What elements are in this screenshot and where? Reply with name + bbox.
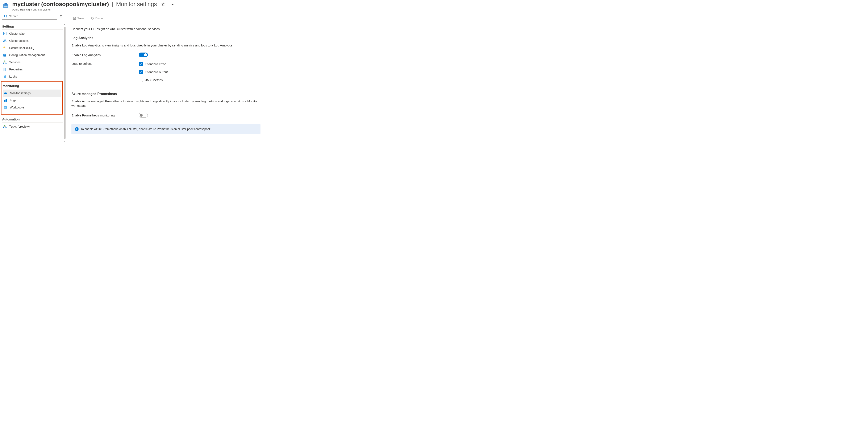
- info-text: To enable Azure Prometheus on this clust…: [81, 127, 211, 131]
- resource-subtitle: Azure HDInsight on AKS cluster: [12, 8, 866, 11]
- nav-section-automation: Automation Tasks (preview): [2, 116, 63, 130]
- svg-rect-11: [6, 48, 6, 49]
- save-label: Save: [77, 17, 84, 20]
- sidebar-item-label: Locks: [9, 75, 17, 78]
- logs-icon: [4, 98, 7, 102]
- search-icon: [4, 15, 7, 18]
- sidebar-item-label: Services: [9, 61, 21, 64]
- sidebar-item-label: Cluster size: [9, 32, 25, 35]
- sidebar-item-properties[interactable]: Properties: [2, 66, 63, 73]
- nav-section-title: Settings: [2, 23, 63, 30]
- section-text-prometheus: Enable Azure managed Prometheus to view …: [71, 99, 260, 108]
- nav-section-monitoring-highlight: Monitoring Monitor settings Logs Workboo…: [1, 81, 63, 115]
- favorite-button[interactable]: [160, 1, 166, 7]
- sidebar-item-monitor-settings[interactable]: Monitor settings: [3, 90, 61, 97]
- enable-log-analytics-label: Enable Log Analytics: [71, 53, 138, 57]
- checkbox-jmx-metrics[interactable]: JMX Metrics: [138, 78, 168, 82]
- svg-rect-15: [5, 63, 6, 64]
- page-title: mycluster (contosopool/mycluster) | Moni…: [12, 1, 157, 7]
- nav-section-settings: Settings Cluster size Cluster access Sec…: [2, 23, 63, 80]
- intro-text: Connect your HDInsight on AKS cluster wi…: [71, 27, 260, 31]
- svg-point-7: [4, 39, 5, 40]
- collapse-sidebar-button[interactable]: [58, 14, 63, 19]
- discard-button[interactable]: Discard: [90, 17, 106, 20]
- sidebar-item-workbooks[interactable]: Workbooks: [3, 104, 61, 111]
- resource-type-icon: [2, 2, 9, 9]
- svg-rect-26: [4, 125, 5, 126]
- sidebar-item-logs[interactable]: Logs: [3, 97, 61, 104]
- sidebar-item-label: Properties: [9, 68, 23, 71]
- svg-rect-27: [3, 127, 4, 128]
- checkbox-box[interactable]: [138, 70, 143, 74]
- svg-rect-20: [4, 93, 7, 94]
- discard-icon: [91, 17, 94, 20]
- svg-point-4: [4, 15, 6, 17]
- save-button[interactable]: Save: [71, 17, 85, 20]
- sidebar-scrollbar[interactable]: ▲ ▼: [63, 23, 66, 142]
- sidebar-item-label: Configuration management: [9, 53, 45, 57]
- config-icon: [3, 53, 7, 57]
- checkbox-label: Standard error: [145, 62, 166, 66]
- page-header: mycluster (contosopool/mycluster) | Moni…: [0, 0, 868, 11]
- svg-rect-30: [74, 19, 75, 19]
- svg-rect-13: [4, 61, 5, 62]
- checkbox-standard-error[interactable]: Standard error: [138, 62, 168, 66]
- prometheus-info-banner: i To enable Azure Prometheus on this clu…: [71, 124, 260, 134]
- svg-rect-21: [5, 92, 6, 92]
- sidebar-item-cluster-access[interactable]: Cluster access: [2, 37, 63, 45]
- svg-rect-16: [4, 68, 4, 71]
- section-heading-prometheus: Azure managed Prometheus: [71, 92, 260, 96]
- nav-section-title: Automation: [2, 116, 63, 122]
- sidebar-item-ssh[interactable]: Secure shell (SSH): [2, 45, 63, 52]
- sidebar: Settings Cluster size Cluster access Sec…: [0, 13, 63, 142]
- tasks-icon: [3, 125, 7, 128]
- sidebar-item-cluster-size[interactable]: Cluster size: [2, 30, 63, 37]
- logs-to-collect-label: Logs to collect: [71, 62, 138, 65]
- sidebar-item-services[interactable]: Services: [2, 59, 63, 66]
- section-heading-log-analytics: Log Analytics: [71, 36, 260, 40]
- enable-log-analytics-toggle[interactable]: [138, 53, 148, 57]
- checkbox-box[interactable]: [138, 62, 143, 66]
- workbooks-icon: [4, 106, 7, 109]
- svg-rect-18: [5, 68, 6, 71]
- enable-prometheus-label: Enable Prometheus monitoring: [71, 114, 138, 117]
- search-input[interactable]: [9, 14, 55, 18]
- svg-rect-25: [4, 106, 7, 109]
- svg-rect-24: [6, 99, 7, 102]
- svg-rect-23: [5, 99, 6, 102]
- properties-icon: [3, 67, 7, 71]
- sidebar-item-tasks[interactable]: Tasks (preview): [2, 123, 63, 130]
- svg-rect-29: [74, 17, 75, 18]
- svg-rect-28: [5, 127, 6, 128]
- sidebar-item-locks[interactable]: Locks: [2, 73, 63, 80]
- key-icon: [3, 46, 7, 50]
- services-icon: [3, 60, 7, 64]
- checkbox-label: JMX Metrics: [145, 78, 163, 82]
- svg-rect-17: [5, 68, 5, 71]
- svg-rect-10: [5, 48, 6, 48]
- info-icon: i: [75, 127, 79, 131]
- more-button[interactable]: ⋯: [169, 1, 176, 7]
- title-separator: |: [111, 1, 115, 7]
- sidebar-item-label: Cluster access: [9, 39, 29, 42]
- checkbox-standard-output[interactable]: Standard output: [138, 70, 168, 74]
- svg-rect-3: [4, 6, 7, 7]
- scroll-up-icon: ▲: [64, 23, 66, 25]
- sidebar-search[interactable]: [2, 13, 57, 20]
- section-text-log-analytics: Enable Log Analytics to view insights an…: [71, 43, 260, 48]
- command-bar: Save Discard: [71, 13, 260, 23]
- sidebar-item-configuration[interactable]: Configuration management: [2, 52, 63, 59]
- checkbox-box[interactable]: [138, 78, 143, 82]
- enable-prometheus-toggle[interactable]: [138, 113, 148, 117]
- cluster-access-icon: [3, 39, 7, 43]
- svg-rect-19: [4, 76, 6, 78]
- svg-rect-1: [3, 4, 8, 5]
- svg-point-8: [5, 39, 6, 40]
- cluster-size-icon: [3, 32, 7, 35]
- svg-rect-2: [4, 3, 7, 5]
- save-icon: [73, 17, 76, 20]
- scroll-thumb[interactable]: [64, 27, 66, 139]
- svg-rect-22: [4, 100, 5, 102]
- sidebar-item-label: Logs: [10, 98, 16, 102]
- sidebar-item-label: Secure shell (SSH): [9, 46, 34, 50]
